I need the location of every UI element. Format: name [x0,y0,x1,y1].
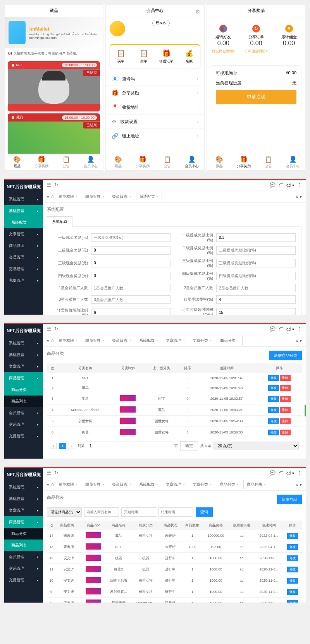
tab-share[interactable]: 🎁分享奖励 [29,156,54,169]
withdraw-button[interactable]: 申请提现 [216,90,296,104]
sidebar-item-product[interactable]: 商品管理▴ [4,372,43,384]
tabs-next-icon[interactable]: » [296,194,299,199]
tabs-prev-icon[interactable]: « [47,338,50,343]
delete-button[interactable]: 删除 [280,385,291,391]
sidebar-item-product[interactable]: 商品管理▾ [4,240,43,252]
tabs-menu-icon[interactable]: ▾ [300,482,302,487]
edit-button[interactable]: 修改 [268,430,279,435]
sidebar-item-article[interactable]: 文章管理▾ [4,361,43,372]
tab-member[interactable]: 👤会员中心 [281,156,306,169]
sidebar-item-list[interactable]: 商品列表 [4,396,43,407]
collection-card[interactable]: ⏰ 藏品 15:00:00 - 16:00:00 已结束 [8,113,100,154]
menu-icon[interactable]: ☰ [47,182,51,188]
home-icon[interactable]: ⌂ [51,194,54,199]
more-icon[interactable]: ⋮ [297,470,302,476]
page-size-select[interactable]: 20 条/页 [214,442,299,450]
tab-collection[interactable]: 🎨藏品 [207,156,232,169]
config-input[interactable] [216,295,296,304]
inner-tab[interactable]: 系统配置 [47,216,72,227]
sidebar-item-trade[interactable]: 交易管理▾ [4,263,43,275]
promo-banner[interactable]: imMallet một thị trường đấu giá nơi tất … [5,17,103,48]
action-sell[interactable]: 📋卖单 [133,49,155,64]
tag-icon[interactable]: 🏷 [279,326,283,332]
sidebar-item-system[interactable]: 系统管理▾ [4,337,43,349]
action-balance[interactable]: 💰余额 [178,49,201,64]
gear-icon[interactable]: ⚙ [195,9,200,15]
tab-menu-auth[interactable]: 菜单权限× [55,192,81,201]
refresh-icon[interactable]: ↻ [54,182,58,188]
refresh-icon[interactable]: ↻ [54,470,58,476]
sidebar-item-trade[interactable]: 交易管理▾ [4,563,43,574]
order-detail-link[interactable]: 订单佣金明细> [240,49,273,54]
delete-button[interactable]: 删除 [280,407,291,413]
edit-button[interactable]: 修改 [287,567,298,572]
tab-notice[interactable]: 📋公告 [155,156,180,169]
tab-staff[interactable]: 职员管理× [82,192,107,201]
config-input[interactable] [216,246,296,255]
message-icon[interactable]: 💬 [270,326,276,332]
page-prev[interactable]: ‹ [50,443,57,449]
filter-end[interactable] [158,507,193,517]
tab-member[interactable]: 👤会员中心 [79,156,103,169]
action-buy[interactable]: 📋买单 [110,49,133,64]
menu-invite[interactable]: 📧邀请码› [106,72,204,86]
action-transfer[interactable]: 🎁转赠记录 [155,49,178,64]
tab-member[interactable]: 👤会员中心 [180,156,205,169]
config-input[interactable] [216,308,296,315]
sidebar-item-category[interactable]: 商品分类 [4,528,43,540]
tab-notice[interactable]: 📋公告 [256,156,281,169]
nft-card[interactable]: ⏰ NFT 10:00:00 - 11:00:00 已结束 [8,61,100,111]
edit-button[interactable]: 修改 [287,555,298,561]
menu-payment[interactable]: ⚙收款设置› [106,115,204,129]
delete-button[interactable]: 删除 [280,375,291,381]
add-product-button[interactable]: 新增商品 [277,495,302,504]
delete-button[interactable]: 删除 [280,430,291,435]
more-icon[interactable]: ⋮ [297,326,302,332]
user-menu[interactable]: ad ▾ [286,183,294,187]
edit-button[interactable]: 修改 [287,533,298,539]
message-icon[interactable]: 💬 [270,182,276,188]
config-input[interactable] [216,233,296,242]
edit-button[interactable]: 修改 [268,385,279,391]
tab-notice[interactable]: 📋公告 [54,156,79,169]
edit-button[interactable]: 修改 [287,578,298,584]
filter-start[interactable] [121,507,156,517]
config-input[interactable] [216,272,296,280]
sidebar-item-deposit[interactable]: 充提管理▾ [4,430,43,442]
edit-button[interactable]: 修改 [268,375,279,381]
search-button[interactable]: 查询 [196,507,213,517]
filter-category[interactable]: 请选择商品分类 [47,507,82,517]
edit-button[interactable]: 修改 [287,589,298,595]
config-input[interactable] [216,284,296,292]
tabs-menu-icon[interactable]: ▾ [300,338,302,343]
sidebar-item-product[interactable]: 商品管理▴ [4,516,43,528]
tabs-next-icon[interactable]: » [296,482,299,487]
sidebar-item-article[interactable]: 文章管理▾ [4,228,43,240]
config-input[interactable] [91,284,170,292]
friend-detail-link[interactable]: 好友佣金明细> [207,49,240,54]
page-go-button[interactable]: 确定 [180,441,198,450]
config-input[interactable] [91,259,170,267]
menu-icon[interactable]: ☰ [47,470,51,476]
tab-collection[interactable]: 🎨藏品 [5,156,29,169]
page-1[interactable]: 1 [59,443,66,449]
sidebar-item-config[interactable]: 系统配置 [4,217,43,228]
config-input[interactable] [91,295,170,304]
tab-collection[interactable]: 🎨藏品 [106,156,131,169]
sidebar-item-basic[interactable]: 基础设置▾ [4,493,43,505]
sidebar-item-system[interactable]: 系统管理▾ [4,481,43,493]
add-category-button[interactable]: 新增商品分类 [269,351,302,360]
edit-button[interactable]: 修改 [268,407,279,413]
avatar[interactable] [110,21,125,36]
message-icon[interactable]: 💬 [270,470,276,476]
sidebar-item-member[interactable]: 会员管理▾ [4,551,43,563]
sidebar-item-basic[interactable]: 基础设置▾ [4,349,43,361]
sidebar-item-deposit[interactable]: 充提管理▾ [4,574,43,586]
menu-share[interactable]: 🎁分享奖励› [106,86,204,100]
sidebar-item-member[interactable]: 会员管理▾ [4,252,43,263]
config-input[interactable] [91,246,170,255]
page-next[interactable]: › [69,443,75,449]
user-menu[interactable]: ad ▾ [286,471,294,475]
menu-address[interactable]: 📍收货地址› [106,100,204,115]
sidebar-item-system[interactable]: 系统管理▾ [4,194,43,205]
